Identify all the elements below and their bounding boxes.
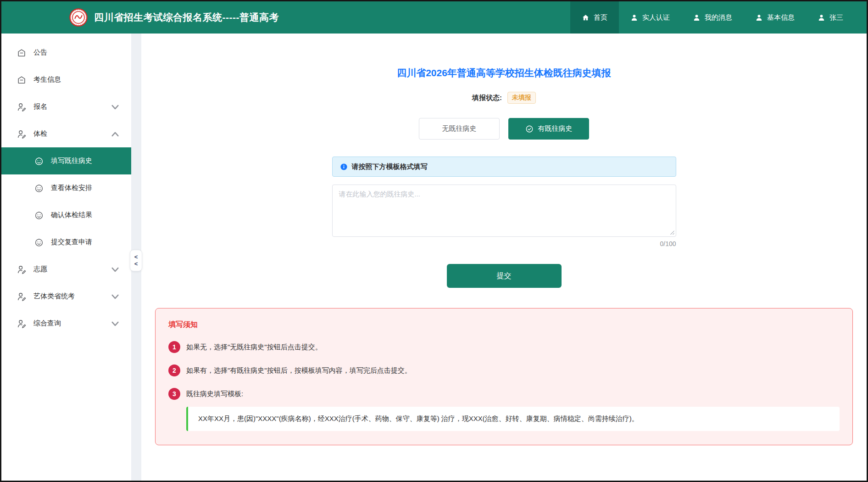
sidebar-item-registration[interactable]: 报名 [1,93,131,120]
user-edit-icon [17,319,27,329]
user-edit-icon [17,129,27,139]
has-history-button[interactable]: 有既往病史 [508,118,589,140]
board-icon [17,48,27,58]
status-badge: 未填报 [507,92,536,104]
nav-item-my-messages[interactable]: 我的消息 [681,1,744,34]
face-icon [34,183,44,193]
notice-item-3: 3 既往病史填写模板: [168,388,840,400]
sidebar-gutter: < < [131,34,141,481]
logo-area: 四川省招生考试综合报名系统-----普通高考 [69,8,279,27]
notice-panel: 填写须知 1 如果无，选择"无既往病史"按钮后点击提交。 2 如果有，选择"有既… [155,308,853,445]
sidebar-subitem-label: 填写既往病史 [51,157,92,165]
history-textarea[interactable] [332,185,676,237]
nav-item-label: 我的消息 [705,13,732,22]
header-bar: 四川省招生考试综合报名系统-----普通高考 首页 实人认证 我的消息 基本信息… [1,1,867,34]
sidebar-item-candidate-info[interactable]: 考生信息 [1,66,131,93]
main-content: 四川省2026年普通高等学校招生体检既往病史填报 填报状态: 未填报 无既往病史… [141,34,867,481]
sidebar-item-physical-exam[interactable]: 体检 [1,120,131,147]
sidebar-subitem-label: 查看体检安排 [51,184,92,192]
info-icon [340,163,348,171]
sidebar: 公告 考生信息 报名 体检 填写既往病史 查看体检安 [1,34,131,481]
sidebar-subitem-submit-recheck-request[interactable]: 提交复查申请 [1,229,131,256]
sidebar-item-label: 公告 [33,48,120,57]
face-icon [34,156,44,166]
user-edit-icon [17,291,27,302]
history-textarea-wrap [332,185,676,237]
sidebar-item-label: 志愿 [33,265,110,274]
sidebar-item-label: 报名 [33,102,110,111]
submit-button[interactable]: 提交 [447,264,562,288]
sidebar-item-label: 综合查询 [33,319,110,328]
red-seal-logo-icon [69,8,88,27]
has-history-label: 有既往病史 [538,124,573,133]
sidebar-subitem-view-exam-schedule[interactable]: 查看体检安排 [1,174,131,202]
user-icon [693,14,701,22]
sidebar-subitem-label: 确认体检结果 [51,211,92,219]
status-row: 填报状态: 未填报 [472,92,536,104]
sidebar-item-art-sports-exam[interactable]: 艺体类省统考 [1,283,131,310]
face-icon [34,237,44,247]
char-counter: 0/100 [660,240,676,247]
board-icon [17,75,27,85]
user-icon [818,14,825,22]
history-choice-row: 无既往病史 有既往病史 [419,118,589,140]
sidebar-collapse-handle[interactable]: < < [130,250,142,271]
page-title: 四川省2026年普通高等学校招生体检既往病史填报 [397,67,611,79]
history-template-box: XX年XX月，患(因)"XXXX"(疾病名称)，经XXX治疗(手术、药物、保守、… [186,407,840,431]
sidebar-subitem-label: 提交复查申请 [51,238,92,247]
notice-title: 填写须知 [168,320,840,330]
status-label: 填报状态: [472,94,502,102]
chevron-up-icon [110,129,120,139]
nav-item-label: 实人认证 [642,13,670,22]
template-hint-alert: 请按照下方模板格式填写 [332,157,676,177]
sidebar-item-label: 考生信息 [33,75,120,84]
number-badge: 3 [168,388,180,400]
chevron-down-icon [110,291,120,302]
chevron-left-icon: < [134,261,138,267]
sidebar-item-preferences[interactable]: 志愿 [1,256,131,283]
nav-item-label: 张三 [829,13,843,22]
sidebar-item-label: 体检 [33,129,110,138]
nav-item-basic-info[interactable]: 基本信息 [744,1,806,34]
notice-item-2: 2 如果有，选择"有既往病史"按钮后，按模板填写内容，填写完后点击提交。 [168,364,840,376]
user-icon [630,14,638,22]
notice-item-text: 如果有，选择"有既往病史"按钮后，按模板填写内容，填写完后点击提交。 [186,366,412,375]
chevron-left-icon: < [134,254,138,260]
user-edit-icon [17,264,27,275]
chevron-down-icon [110,264,120,275]
notice-item-text: 如果无，选择"无既往病史"按钮后点击提交。 [186,343,322,352]
chevron-down-icon [110,319,120,329]
user-icon [755,14,763,22]
nav-item-label: 首页 [594,13,607,22]
check-circle-icon [525,125,534,133]
sidebar-subitem-fill-medical-history[interactable]: 填写既往病史 [1,147,131,174]
no-history-button[interactable]: 无既往病史 [419,118,500,140]
app-window: 四川省招生考试综合报名系统-----普通高考 首页 实人认证 我的消息 基本信息… [0,0,868,482]
nav-item-label: 基本信息 [767,13,795,22]
number-badge: 2 [168,364,180,376]
notice-item-text: 既往病史填写模板: [186,390,243,398]
history-form: 请按照下方模板格式填写 0/100 [332,140,676,247]
home-icon [582,14,590,22]
notice-item-1: 1 如果无，选择"无既往病史"按钮后点击提交。 [168,341,840,353]
nav-item-real-person-auth[interactable]: 实人认证 [619,1,681,34]
nav-item-home[interactable]: 首页 [570,1,619,34]
sidebar-item-announcements[interactable]: 公告 [1,39,131,66]
user-edit-icon [17,102,27,112]
template-hint-text: 请按照下方模板格式填写 [352,163,428,171]
chevron-down-icon [110,102,120,112]
top-nav: 首页 实人认证 我的消息 基本信息 张三 [570,1,855,34]
sidebar-item-comprehensive-query[interactable]: 综合查询 [1,310,131,337]
nav-item-username[interactable]: 张三 [806,1,855,34]
body-row: 公告 考生信息 报名 体检 填写既往病史 查看体检安 [1,34,867,481]
face-icon [34,210,44,220]
app-title: 四川省招生考试综合报名系统-----普通高考 [94,11,279,24]
sidebar-item-label: 艺体类省统考 [33,292,110,301]
sidebar-subitem-confirm-exam-results[interactable]: 确认体检结果 [1,202,131,229]
number-badge: 1 [168,341,180,353]
